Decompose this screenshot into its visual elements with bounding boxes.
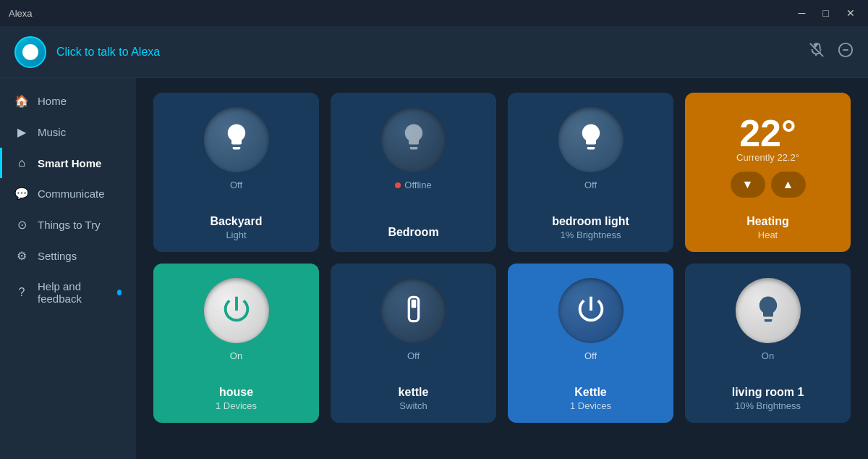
device-card-bedroom-light[interactable]: Off bedroom light 1% Brightness xyxy=(508,93,673,252)
device-card-heating[interactable]: 22° Currently 22.2° ▼ ▲ Heating Heat xyxy=(685,93,851,252)
help-icon: ? xyxy=(14,286,29,299)
sidebar-item-things-to-try[interactable]: ⊙ Things to Try xyxy=(0,209,136,240)
device-card-bedroom[interactable]: Offline Bedroom xyxy=(331,93,496,252)
living-room-bulb-icon xyxy=(753,294,783,327)
device-grid: Off Backyard Light Offline xyxy=(153,93,851,423)
sidebar-label-settings: Settings xyxy=(38,250,77,262)
title-bar-left: Alexa xyxy=(9,8,33,19)
sidebar-label-communicate: Communicate xyxy=(38,188,105,200)
house-status: On xyxy=(230,350,242,361)
living-room-type: 10% Brightness xyxy=(735,400,801,411)
header-left[interactable]: Click to talk to Alexa xyxy=(14,36,160,68)
title-bar: Alexa ─ □ ✕ xyxy=(0,0,868,26)
house-name: house xyxy=(219,386,253,399)
settings-icon: ⚙ xyxy=(14,249,29,263)
maximize-button[interactable]: □ xyxy=(819,6,833,20)
living-room-icon-circle xyxy=(736,278,801,343)
kettle-name: Kettle xyxy=(574,386,606,399)
backyard-icon-circle xyxy=(204,107,269,172)
heating-name: Heating xyxy=(746,215,789,228)
bedroom-icon-circle xyxy=(381,107,446,172)
bedroom-light-bulb-icon xyxy=(576,122,606,159)
music-icon: ▶ xyxy=(14,125,29,139)
things-icon: ⊙ xyxy=(14,218,29,232)
sidebar-item-settings[interactable]: ⚙ Settings xyxy=(0,240,136,271)
kettle-status: Off xyxy=(584,350,597,361)
house-icon-circle xyxy=(204,278,269,343)
heating-controls: ▼ ▲ xyxy=(731,172,806,198)
bedroom-name: Bedroom xyxy=(388,226,438,239)
bedroom-bulb-icon xyxy=(399,122,429,159)
house-type: 1 Devices xyxy=(216,400,257,411)
kettle-icon-circle xyxy=(381,278,446,343)
device-card-backyard[interactable]: Off Backyard Light xyxy=(153,93,319,252)
minimize-button[interactable]: ─ xyxy=(794,6,810,20)
backyard-type: Light xyxy=(226,230,246,240)
sidebar-item-home[interactable]: 🏠 Home xyxy=(0,85,136,117)
kettle-switch-status: Off xyxy=(407,350,420,361)
offline-dot xyxy=(395,182,401,188)
living-room-name: living room 1 xyxy=(732,386,804,399)
alexa-logo[interactable] xyxy=(14,36,46,68)
header-icons xyxy=(809,42,854,62)
bedroom-light-icon-circle xyxy=(558,107,624,172)
bedroom-offline-badge: Offline xyxy=(395,180,431,190)
main-layout: 🏠 Home ▶ Music ⌂ Smart Home 💬 Communicat… xyxy=(0,78,868,459)
heating-temperature: 22° xyxy=(739,114,796,152)
mic-off-icon[interactable] xyxy=(809,42,825,62)
backyard-bulb-icon xyxy=(221,122,252,159)
app-title: Alexa xyxy=(9,8,33,19)
device-card-kettle[interactable]: Off Kettle 1 Devices xyxy=(508,264,673,423)
sidebar-label-music: Music xyxy=(38,126,66,138)
sidebar-item-help[interactable]: ? Help and feedback xyxy=(0,271,136,313)
kettle-switch-type: Switch xyxy=(399,400,427,411)
bedroom-light-type: 1% Brightness xyxy=(561,230,621,240)
home-icon: 🏠 xyxy=(14,94,29,108)
sidebar-label-home: Home xyxy=(38,95,67,107)
close-button[interactable]: ✕ xyxy=(842,6,859,20)
sidebar-label-smarthome: Smart Home xyxy=(38,157,101,169)
device-card-house[interactable]: On house 1 Devices xyxy=(153,264,319,423)
sidebar-label-help: Help and feedback xyxy=(38,280,106,305)
heating-type: Heat xyxy=(758,230,778,240)
backyard-name: Backyard xyxy=(210,215,262,228)
kettle-type: 1 Devices xyxy=(570,400,611,411)
bedroom-offline-label: Offline xyxy=(404,180,431,190)
title-bar-controls: ─ □ ✕ xyxy=(794,6,859,20)
kettle-devices-icon-circle xyxy=(558,278,624,343)
device-card-kettle-switch[interactable]: Off kettle Switch xyxy=(331,264,496,423)
kettle-power-icon xyxy=(574,292,608,329)
alexa-logo-inner xyxy=(22,44,38,60)
device-card-living-room[interactable]: On living room 1 10% Brightness xyxy=(685,264,851,423)
alexa-talk-label[interactable]: Click to talk to Alexa xyxy=(56,46,160,59)
notification-dot xyxy=(117,290,122,295)
sidebar-item-music[interactable]: ▶ Music xyxy=(0,117,136,148)
smarthome-icon: ⌂ xyxy=(14,156,29,169)
living-room-status: On xyxy=(762,350,774,361)
kettle-switch-name: kettle xyxy=(399,386,429,399)
content-area: Off Backyard Light Offline xyxy=(136,78,868,459)
header-bar: Click to talk to Alexa xyxy=(0,26,868,78)
backyard-status: Off xyxy=(230,180,242,190)
heat-increase-button[interactable]: ▲ xyxy=(771,172,806,198)
dnd-icon[interactable] xyxy=(838,42,854,62)
heat-decrease-button[interactable]: ▼ xyxy=(731,172,765,198)
communicate-icon: 💬 xyxy=(14,187,29,201)
kettle-switch-icon xyxy=(399,295,428,327)
bedroom-light-name: bedroom light xyxy=(552,215,629,228)
house-power-icon xyxy=(220,292,253,329)
sidebar-label-things: Things to Try xyxy=(38,219,101,231)
heating-current-temp: Currently 22.2° xyxy=(736,152,799,163)
sidebar: 🏠 Home ▶ Music ⌂ Smart Home 💬 Communicat… xyxy=(0,78,136,459)
sidebar-item-communicate[interactable]: 💬 Communicate xyxy=(0,178,136,209)
svg-rect-4 xyxy=(411,300,416,308)
sidebar-item-smarthome[interactable]: ⌂ Smart Home xyxy=(0,148,136,178)
bedroom-light-status: Off xyxy=(584,180,597,190)
